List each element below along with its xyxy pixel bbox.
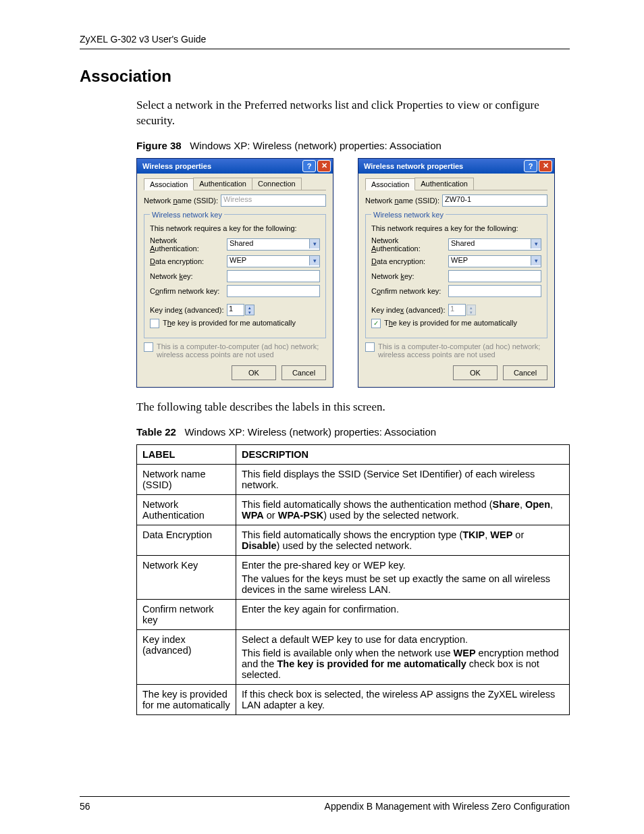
tab-authentication[interactable]: Authentication	[193, 178, 252, 190]
tab-association[interactable]: Association	[365, 178, 415, 190]
dialog-title: Wireless network properties	[364, 162, 522, 170]
table-row: Network KeyEnter the pre-shared key or W…	[137, 555, 570, 599]
auto-key-label: The key is provided for me automatically	[384, 319, 517, 327]
wireless-properties-dialog-right: Wireless network properties ? ✕ Associat…	[358, 158, 555, 388]
adhoc-label: This is a computer-to-computer (ad hoc) …	[378, 342, 547, 359]
description-table: LABEL DESCRIPTION Network name (SSID)Thi…	[136, 444, 570, 715]
table-row: Data EncryptionThis field automatically …	[137, 525, 570, 555]
row-description: This field automatically shows the encry…	[236, 525, 570, 555]
auth-label: Network Authentication:	[371, 236, 448, 253]
close-icon[interactable]: ✕	[317, 160, 331, 172]
tab-association[interactable]: Association	[144, 178, 194, 190]
figure-caption: Figure 38 Windows XP: Wireless (network)…	[136, 140, 570, 151]
encryption-select[interactable]: WEP	[448, 255, 541, 267]
ssid-label: Network name (SSID):	[365, 197, 442, 205]
confirm-key-label: Confirm network key:	[371, 287, 448, 295]
table-row: Key index (advanced)Select a default WEP…	[137, 629, 570, 684]
after-figure-paragraph: The following table describes the labels…	[136, 400, 570, 415]
table-row: The key is provided for me automatically…	[137, 684, 570, 714]
row-description: Select a default WEP key to use for data…	[236, 629, 570, 684]
col-description: DESCRIPTION	[236, 444, 570, 464]
chevron-down-icon[interactable]: ▾	[531, 256, 541, 265]
key-index-label: Key index (advanced):	[150, 306, 227, 314]
auto-key-checkbox[interactable]	[150, 319, 159, 328]
section-title: Association	[80, 67, 570, 86]
network-key-label: Network key:	[371, 272, 448, 280]
wireless-properties-dialog-left: Wireless properties ? ✕ Association Auth…	[136, 158, 333, 388]
confirm-key-label: Confirm network key:	[150, 287, 227, 295]
groupbox-title: Wireless network key	[371, 211, 446, 219]
auto-key-checkbox[interactable]: ✓	[371, 319, 381, 328]
chevron-down-icon[interactable]: ▾	[309, 239, 319, 249]
auth-select[interactable]: Shared	[448, 238, 541, 251]
ok-button[interactable]: OK	[453, 365, 498, 380]
spinner-buttons: ▴▾	[466, 305, 476, 315]
key-index-input[interactable]: 1	[227, 304, 244, 316]
close-icon[interactable]: ✕	[539, 160, 552, 172]
doc-header: ZyXEL G-302 v3 User's Guide	[80, 34, 570, 49]
row-label: The key is provided for me automatically	[137, 684, 236, 714]
row-label: Key index (advanced)	[137, 629, 236, 684]
table-number: Table 22	[136, 426, 176, 438]
row-description: Enter the key again for confirmation.	[236, 599, 570, 629]
row-label: Confirm network key	[137, 599, 236, 629]
adhoc-label: This is a computer-to-computer (ad hoc) …	[157, 342, 326, 359]
groupbox-title: Wireless network key	[150, 211, 224, 219]
auth-label: Network Authentication:	[150, 236, 227, 253]
key-index-input[interactable]: 1	[448, 304, 466, 316]
groupbox-intro: This network requires a key for the foll…	[150, 224, 320, 232]
tab-connection[interactable]: Connection	[252, 178, 302, 190]
ok-button[interactable]: OK	[232, 365, 276, 380]
ssid-field[interactable]: Wireless	[221, 194, 326, 207]
confirm-key-input[interactable]	[227, 285, 320, 297]
encryption-label: Data encryption:	[150, 257, 227, 265]
col-label: LABEL	[137, 444, 236, 464]
tab-authentication[interactable]: Authentication	[414, 178, 474, 190]
row-label: Network Key	[137, 555, 236, 599]
encryption-label: Data encryption:	[371, 257, 448, 265]
chevron-down-icon[interactable]: ▾	[531, 239, 541, 249]
network-key-input[interactable]	[227, 270, 320, 282]
auto-key-label: The key is provided for me automatically	[163, 319, 296, 327]
row-label: Network Authentication	[137, 494, 236, 525]
table-caption-text: Windows XP: Wireless (network) propertie…	[184, 426, 436, 438]
chevron-down-icon[interactable]: ▾	[309, 256, 319, 265]
adhoc-checkbox[interactable]	[144, 342, 153, 352]
cancel-button[interactable]: Cancel	[503, 365, 547, 380]
row-description: If this check box is selected, the wirel…	[236, 684, 570, 714]
auth-select[interactable]: Shared	[227, 238, 320, 251]
wireless-key-groupbox: Wireless network key This network requir…	[144, 211, 326, 338]
table-row: Network AuthenticationThis field automat…	[137, 494, 570, 525]
row-description: This field automatically shows the authe…	[236, 494, 570, 525]
figure-caption-text: Windows XP: Wireless (network) propertie…	[190, 140, 441, 151]
row-description: Enter the pre-shared key or WEP key.The …	[236, 555, 570, 599]
groupbox-intro: This network requires a key for the foll…	[371, 224, 541, 232]
encryption-select[interactable]: WEP	[227, 255, 320, 267]
row-description: This field displays the SSID (Service Se…	[236, 464, 570, 494]
row-label: Network name (SSID)	[137, 464, 236, 494]
footer-appendix: Appendix B Management with Wireless Zero…	[325, 801, 570, 812]
network-key-input[interactable]	[448, 270, 541, 282]
page-number: 56	[80, 801, 90, 812]
confirm-key-input[interactable]	[448, 285, 541, 297]
cancel-button[interactable]: Cancel	[281, 365, 326, 380]
row-label: Data Encryption	[137, 525, 236, 555]
ssid-field[interactable]: ZW70-1	[442, 194, 547, 207]
table-row: Confirm network keyEnter the key again f…	[137, 599, 570, 629]
help-icon[interactable]: ?	[524, 160, 537, 172]
figure-image-area: Wireless properties ? ✕ Association Auth…	[136, 158, 570, 388]
spinner-buttons[interactable]: ▴▾	[245, 305, 254, 315]
table-caption: Table 22 Windows XP: Wireless (network) …	[136, 426, 570, 438]
adhoc-checkbox[interactable]	[365, 342, 375, 352]
help-icon[interactable]: ?	[302, 160, 316, 172]
ssid-label: Network name (SSID):	[144, 197, 221, 205]
table-row: Network name (SSID)This field displays t…	[137, 464, 570, 494]
key-index-label: Key index (advanced):	[371, 306, 448, 314]
dialog-title: Wireless properties	[142, 162, 301, 170]
figure-number: Figure 38	[136, 140, 182, 151]
network-key-label: Network key:	[150, 272, 227, 280]
wireless-key-groupbox: Wireless network key This network requir…	[365, 211, 547, 338]
intro-paragraph: Select a network in the Preferred networ…	[136, 98, 570, 129]
